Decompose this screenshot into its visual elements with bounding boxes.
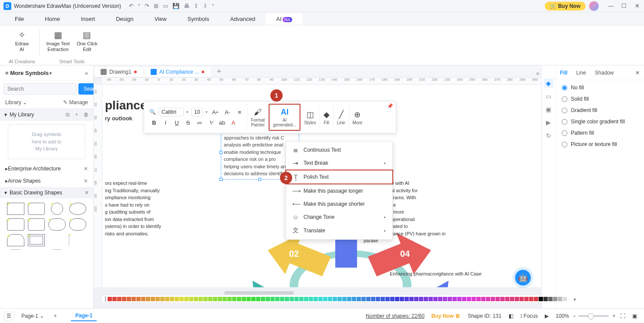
color-swatch[interactable] bbox=[141, 297, 145, 301]
color-swatch[interactable] bbox=[108, 297, 112, 301]
color-swatch[interactable] bbox=[280, 297, 284, 301]
color-swatch[interactable] bbox=[213, 297, 217, 301]
maximize-button[interactable]: ☐ bbox=[619, 1, 629, 11]
pages-list-button[interactable]: ☰ bbox=[3, 312, 14, 320]
color-swatch[interactable] bbox=[395, 297, 399, 301]
color-swatch[interactable] bbox=[376, 297, 380, 301]
color-swatch[interactable] bbox=[548, 297, 553, 301]
bold-icon[interactable]: B bbox=[149, 118, 159, 127]
color-swatch[interactable] bbox=[199, 297, 203, 301]
menu-file[interactable]: File bbox=[4, 13, 34, 25]
color-swatch[interactable] bbox=[275, 297, 280, 301]
shape-rounded-rectangle-3[interactable] bbox=[28, 218, 45, 231]
color-swatch[interactable] bbox=[366, 297, 371, 301]
color-swatch[interactable] bbox=[337, 297, 342, 301]
color-swatch[interactable] bbox=[419, 297, 423, 301]
shape-pentagon[interactable] bbox=[28, 250, 45, 262]
color-swatch[interactable] bbox=[146, 297, 150, 301]
color-swatch[interactable] bbox=[136, 297, 141, 301]
menu-change-tone[interactable]: ☺Change Tone▸ bbox=[286, 211, 392, 224]
shape-half-round[interactable] bbox=[7, 234, 24, 246]
right-panel-expand-icon[interactable]: » bbox=[534, 68, 541, 78]
pin-icon[interactable]: 📌 bbox=[387, 103, 393, 109]
color-swatch[interactable] bbox=[534, 297, 538, 301]
menu-translate[interactable]: 文Translate▸ bbox=[286, 224, 392, 238]
one-click-edit-button[interactable]: ▤One Click Edit bbox=[74, 28, 100, 54]
more-button[interactable]: ⊕More bbox=[349, 104, 366, 131]
tab-line[interactable]: Line bbox=[576, 70, 586, 76]
color-swatch[interactable] bbox=[223, 297, 227, 301]
color-swatch[interactable] bbox=[448, 297, 452, 301]
color-swatch[interactable] bbox=[524, 297, 529, 301]
page-tab[interactable]: Page-1 ⌄ bbox=[17, 311, 48, 321]
format-shape-icon[interactable]: ◆ bbox=[544, 78, 553, 88]
menu-text-break[interactable]: ⇥Text Break▸ bbox=[286, 156, 392, 170]
align-icon[interactable]: ≡ bbox=[235, 107, 244, 117]
add-page-button[interactable]: ＋ bbox=[48, 310, 62, 321]
color-swatch[interactable] bbox=[558, 297, 562, 301]
color-swatch[interactable] bbox=[304, 297, 308, 301]
delete-icon[interactable]: 🗑 bbox=[84, 112, 89, 118]
color-swatch[interactable] bbox=[227, 297, 232, 301]
color-swatch[interactable] bbox=[462, 297, 466, 301]
color-swatch[interactable] bbox=[400, 297, 404, 301]
color-swatch[interactable] bbox=[567, 297, 572, 301]
color-swatch[interactable] bbox=[424, 297, 428, 301]
color-swatch[interactable] bbox=[486, 297, 490, 301]
font-family-select[interactable]: Calibri bbox=[158, 108, 184, 116]
color-swatch[interactable] bbox=[155, 297, 160, 301]
color-swatch[interactable] bbox=[472, 297, 476, 301]
color-swatch[interactable] bbox=[165, 297, 169, 301]
color-swatch[interactable] bbox=[433, 297, 438, 301]
shape-circle[interactable] bbox=[51, 203, 63, 215]
color-swatch[interactable] bbox=[476, 297, 481, 301]
bullets-icon[interactable]: ≔ bbox=[195, 118, 204, 127]
import-icon[interactable]: ⇩ bbox=[203, 3, 208, 9]
layers-icon[interactable]: ▣ bbox=[544, 105, 553, 114]
color-swatch[interactable] bbox=[189, 297, 193, 301]
color-swatch[interactable] bbox=[122, 297, 126, 301]
minimize-button[interactable]: — bbox=[606, 1, 616, 11]
color-swatch[interactable] bbox=[467, 297, 471, 301]
menu-home[interactable]: Home bbox=[34, 13, 71, 25]
undo-icon[interactable]: ↶ bbox=[129, 3, 134, 9]
color-swatch[interactable] bbox=[529, 297, 533, 301]
qat-dropdown-icon[interactable]: ▾ bbox=[212, 3, 214, 9]
color-swatch[interactable] bbox=[232, 297, 236, 301]
fullscreen-icon[interactable]: ▣ bbox=[632, 313, 637, 319]
color-swatch[interactable] bbox=[270, 297, 275, 301]
play-icon[interactable]: ▶ bbox=[545, 313, 549, 319]
color-swatch[interactable] bbox=[539, 297, 543, 301]
color-swatch[interactable] bbox=[390, 297, 394, 301]
shape-trapezoid[interactable] bbox=[7, 250, 24, 262]
radio-no-fill[interactable]: No fill bbox=[562, 85, 638, 91]
color-swatch[interactable] bbox=[443, 297, 447, 301]
menu-symbols[interactable]: Symbols bbox=[177, 13, 220, 25]
color-swatch[interactable] bbox=[381, 297, 385, 301]
focus-button[interactable]: ⟟ Focus bbox=[520, 313, 538, 319]
color-swatch[interactable] bbox=[496, 297, 500, 301]
document-tab-ai-compliance[interactable]: AI Compliance ... bbox=[145, 67, 210, 77]
zoom-out-icon[interactable]: − bbox=[573, 313, 576, 319]
accordion-basic-drawing-shapes[interactable]: ▾ Basic Drawing Shapes✕ bbox=[0, 187, 93, 198]
color-swatch[interactable] bbox=[457, 297, 462, 301]
library-dropdown[interactable]: Library ⌄ bbox=[5, 99, 27, 105]
color-swatch[interactable] bbox=[553, 297, 557, 301]
color-swatch[interactable] bbox=[333, 297, 337, 301]
menu-make-shorter[interactable]: ⟵Make this passage shorter bbox=[286, 197, 392, 211]
menu-design[interactable]: Design bbox=[105, 13, 144, 25]
export-icon[interactable]: ⇪ bbox=[194, 3, 199, 9]
tab-shadow[interactable]: Shadow bbox=[595, 70, 614, 76]
tab-fill[interactable]: Fill bbox=[560, 70, 567, 76]
close-panel-icon[interactable]: ✕ bbox=[635, 70, 640, 76]
print-icon[interactable]: 🖶 bbox=[184, 3, 189, 9]
color-swatch[interactable] bbox=[218, 297, 222, 301]
color-swatch[interactable] bbox=[309, 297, 313, 301]
color-swatch[interactable] bbox=[299, 297, 303, 301]
radio-single-gradient-fill[interactable]: Single color gradient fill bbox=[562, 119, 638, 125]
ai-generated-button[interactable]: AIAI generated... bbox=[269, 104, 300, 131]
menu-insert[interactable]: Insert bbox=[71, 13, 106, 25]
fill-button[interactable]: ◆Fill bbox=[320, 104, 334, 131]
redo-icon[interactable]: ↷ bbox=[145, 3, 149, 9]
color-swatch[interactable] bbox=[160, 297, 165, 301]
